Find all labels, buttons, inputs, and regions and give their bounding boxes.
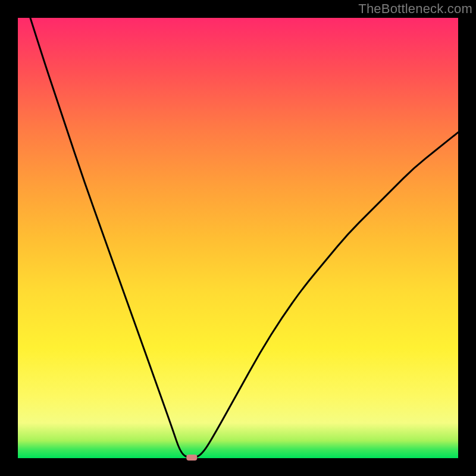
minimum-marker: [186, 455, 197, 461]
chart-frame: TheBottleneck.com: [0, 0, 476, 476]
plot-area: [18, 18, 458, 458]
attribution-text: TheBottleneck.com: [358, 1, 472, 17]
bottleneck-curve: [18, 0, 458, 458]
curve-svg: [18, 18, 458, 458]
